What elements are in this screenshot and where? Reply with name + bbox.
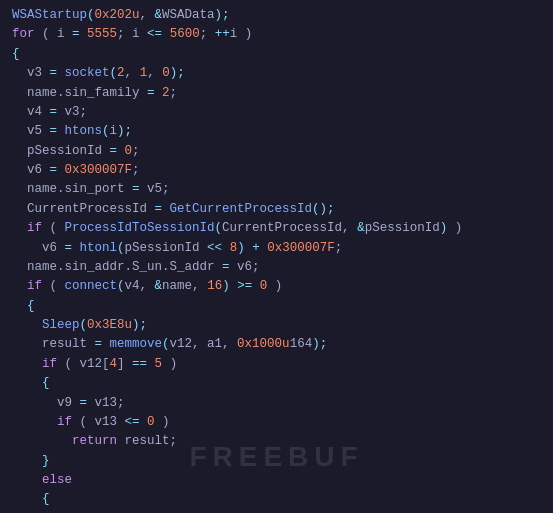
code-line: if ( ProcessIdToSessionId(CurrentProcess… bbox=[0, 219, 553, 238]
code-line: name.sin_port = v5; bbox=[0, 180, 553, 199]
code-line: pSessionId = 0; bbox=[0, 142, 553, 161]
code-line: name.sin_addr.S_un.S_addr = v6; bbox=[0, 258, 553, 277]
code-line: if ( v13 <= 0 ) bbox=[0, 413, 553, 432]
code-line: } bbox=[0, 452, 553, 471]
code-line: WSAStartup(0x202u, &WSAData); bbox=[0, 6, 553, 25]
code-block: WSAStartup(0x202u, &WSAData); for ( i = … bbox=[0, 0, 553, 513]
code-line: { bbox=[0, 490, 553, 509]
code-container: WSAStartup(0x202u, &WSAData); for ( i = … bbox=[0, 0, 553, 513]
code-line: { bbox=[0, 297, 553, 316]
code-line: v3 = socket(2, 1, 0); bbox=[0, 64, 553, 83]
code-line: else bbox=[0, 471, 553, 490]
code-line: v6 = 0x300007F; bbox=[0, 161, 553, 180]
code-line: if ( v12[4] == 5 ) bbox=[0, 355, 553, 374]
code-line: v5 = htons(i); bbox=[0, 122, 553, 141]
code-line: if ( connect(v4, &name, 16) >= 0 ) bbox=[0, 277, 553, 296]
code-line: return result; bbox=[0, 432, 553, 451]
code-line: v9 = v13; bbox=[0, 394, 553, 413]
code-line: v4 = v3; bbox=[0, 103, 553, 122]
code-line: v6 = htonl(pSessionId << 8) + 0x300007F; bbox=[0, 239, 553, 258]
code-line: { bbox=[0, 45, 553, 64]
code-line: name.sin_family = 2; bbox=[0, 84, 553, 103]
code-line: CurrentProcessId = GetCurrentProcessId()… bbox=[0, 200, 553, 219]
code-line: for ( i = 5555; i <= 5600; ++i ) bbox=[0, 25, 553, 44]
code-line: Sleep(0x3E8u); bbox=[0, 316, 553, 335]
code-line: { bbox=[0, 374, 553, 393]
code-line: result = memmove(v12, a1, 0x1000u164); bbox=[0, 335, 553, 354]
